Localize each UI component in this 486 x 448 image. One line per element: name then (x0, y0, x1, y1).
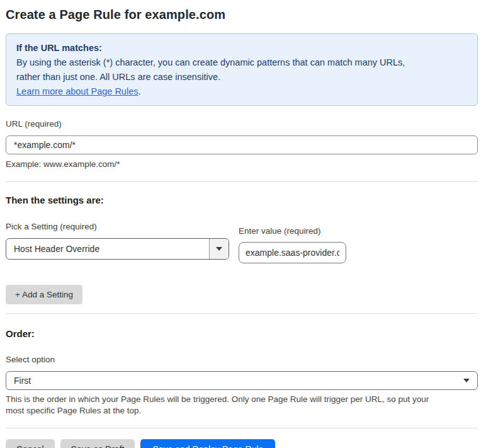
link-suffix: . (138, 86, 140, 96)
learn-more-link[interactable]: Learn more about Page Rules (16, 86, 138, 96)
order-heading: Order: (6, 328, 478, 339)
add-setting-button[interactable]: + Add a Setting (6, 285, 82, 304)
save-draft-button[interactable]: Save as Draft (60, 439, 135, 448)
info-box-body-line: By using the asterisk (*) character, you… (16, 55, 467, 70)
save-deploy-button[interactable]: Save and Deploy Page Rule (140, 439, 275, 448)
cancel-button[interactable]: Cancel (6, 439, 55, 448)
page-container: Create a Page Rule for example.com If th… (0, 0, 486, 448)
order-helper-line: This is the order in which your Page Rul… (6, 394, 478, 405)
action-buttons-row: Cancel Save as Draft Save and Deploy Pag… (6, 439, 478, 448)
settings-row: Pick a Setting (required) Host Header Ov… (6, 221, 478, 263)
pick-setting-column: Pick a Setting (required) Host Header Ov… (6, 221, 229, 260)
order-select-value: First (14, 376, 463, 386)
chevron-down-icon (463, 379, 470, 382)
setting-dropdown-value: Host Header Override (6, 239, 209, 259)
url-label: URL (required) (6, 118, 478, 129)
order-helper: This is the order in which your Page Rul… (6, 394, 478, 416)
enter-value-label: Enter value (required) (239, 226, 346, 236)
section-divider (6, 181, 478, 182)
select-option-label: Select option (6, 354, 478, 365)
info-box-body-line: rather than just one. All URLs are case … (16, 70, 467, 84)
setting-dropdown[interactable]: Host Header Override (6, 238, 229, 260)
settings-heading: Then the settings are: (6, 195, 478, 205)
section-divider (6, 313, 478, 314)
chevron-down-icon (216, 247, 222, 251)
url-helper: Example: www.example.com/* (6, 159, 478, 169)
info-box-link-line: Learn more about Page Rules. (16, 84, 467, 99)
pick-setting-label: Pick a Setting (required) (6, 221, 229, 232)
page-title: Create a Page Rule for example.com (6, 8, 478, 22)
order-select[interactable]: First (6, 371, 478, 390)
setting-value-input[interactable] (239, 242, 346, 263)
info-box: If the URL matches: By using the asteris… (6, 33, 478, 106)
url-input[interactable] (6, 135, 478, 154)
info-box-heading: If the URL matches: (16, 41, 467, 55)
order-helper-line: most specific Page Rules at the top. (6, 405, 478, 416)
setting-dropdown-arrow-button[interactable] (209, 239, 229, 259)
section-divider (6, 428, 478, 428)
enter-value-column: Enter value (required) (239, 226, 346, 263)
